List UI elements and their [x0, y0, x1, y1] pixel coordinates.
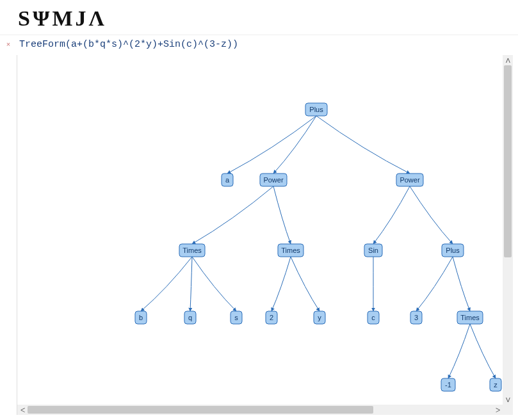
output-area: PlusaPowerPowerTimesTimesSinPlusbqs2yc3T…	[17, 55, 513, 415]
svg-text:a: a	[225, 176, 230, 184]
svg-text:Plus: Plus	[309, 106, 323, 113]
tree-edge	[453, 257, 470, 311]
tree-canvas[interactable]: PlusaPowerPowerTimesTimesSinPlusbqs2yc3T…	[17, 55, 513, 415]
tree-edge	[192, 186, 273, 244]
tree-node-s[interactable]: s	[231, 311, 242, 324]
tree-node-times3[interactable]: Times	[457, 311, 483, 324]
scroll-down-icon[interactable]: ᐯ	[503, 394, 513, 405]
tree-node-c[interactable]: c	[368, 311, 379, 324]
svg-text:2: 2	[270, 314, 273, 321]
svg-text:y: y	[318, 314, 321, 321]
tree-edge	[448, 324, 470, 378]
close-icon[interactable]: ×	[0, 39, 17, 48]
tree-edge	[190, 257, 192, 311]
svg-text:Times: Times	[460, 314, 480, 321]
tree-edge	[192, 257, 236, 311]
tree-node-n2[interactable]: 2	[266, 311, 277, 324]
tree-edge	[470, 324, 496, 378]
tree-node-power2[interactable]: Power	[396, 174, 423, 186]
svg-text:q: q	[188, 314, 192, 321]
tree-edge	[273, 116, 316, 174]
tree-node-y[interactable]: y	[314, 311, 325, 324]
tree-edge	[316, 116, 410, 174]
tree-node-plus3[interactable]: Plus	[442, 244, 464, 257]
tree-node-plus0[interactable]: Plus	[305, 103, 327, 116]
tree-edge	[141, 257, 192, 311]
tree-node-power1[interactable]: Power	[260, 174, 287, 186]
vertical-scroll-thumb[interactable]	[504, 65, 512, 257]
tree-node-b[interactable]: b	[135, 311, 147, 324]
svg-text:Power: Power	[263, 176, 284, 184]
svg-text:Power: Power	[400, 176, 420, 184]
tree-node-times2[interactable]: Times	[278, 244, 304, 257]
svg-text:Plus: Plus	[446, 246, 460, 254]
svg-text:Times: Times	[281, 246, 300, 254]
tree-edge	[291, 257, 320, 311]
tree-node-n3[interactable]: 3	[410, 311, 422, 324]
svg-text:3: 3	[414, 314, 418, 321]
tree-node-nm1[interactable]: -1	[441, 378, 455, 391]
tree-node-z[interactable]: z	[490, 378, 501, 391]
svg-text:Times: Times	[182, 246, 202, 254]
svg-text:Sin: Sin	[368, 246, 378, 254]
scroll-up-icon[interactable]: ᐱ	[503, 55, 513, 65]
tree-edge	[410, 186, 453, 244]
tree-node-sin[interactable]: Sin	[364, 244, 382, 257]
tree-edge	[416, 257, 453, 311]
scroll-corner	[503, 405, 513, 415]
svg-text:-1: -1	[445, 381, 451, 389]
tree-edge	[227, 116, 316, 174]
scroll-right-icon[interactable]: ᐳ	[492, 405, 503, 415]
scroll-left-icon[interactable]: ᐸ	[17, 405, 28, 415]
horizontal-scroll-thumb[interactable]	[28, 406, 373, 414]
tree-node-q[interactable]: q	[184, 311, 196, 324]
tree-edge	[271, 257, 291, 311]
input-row: × TreeForm(a+(b*q*s)^(2*y)+Sin(c)^(3-z))	[0, 35, 518, 50]
tree-edge	[273, 186, 291, 244]
vertical-scrollbar[interactable]: ᐱ ᐯ	[503, 55, 513, 405]
svg-text:s: s	[234, 314, 238, 321]
tree-node-a[interactable]: a	[222, 174, 233, 186]
svg-text:c: c	[371, 314, 375, 321]
tree-node-times1[interactable]: Times	[179, 244, 205, 257]
app-logo: SΨMJΛ	[0, 0, 518, 35]
svg-text:z: z	[494, 381, 498, 389]
horizontal-scrollbar[interactable]: ᐸ ᐳ	[17, 405, 503, 415]
expression-input[interactable]: TreeForm(a+(b*q*s)^(2*y)+Sin(c)^(3-z))	[17, 39, 518, 50]
svg-text:b: b	[139, 314, 143, 321]
tree-edge	[373, 186, 410, 244]
